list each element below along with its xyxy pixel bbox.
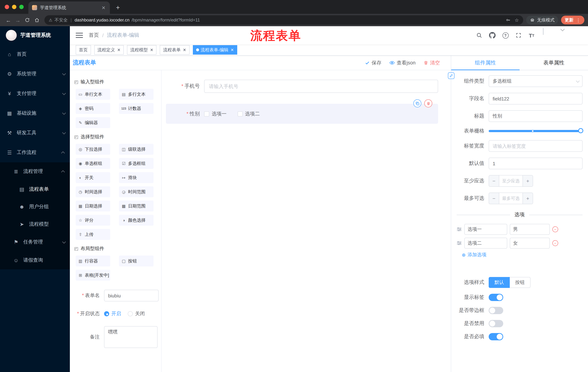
- phone-input[interactable]: [204, 80, 438, 93]
- component-type-select[interactable]: 多选框组: [489, 75, 583, 87]
- disabled-toggle[interactable]: [489, 320, 503, 327]
- browser-update-button[interactable]: 更新 ⋮: [561, 16, 584, 24]
- component-date-picker[interactable]: ▦日期选择: [76, 201, 110, 212]
- tab-form-props[interactable]: 表单属性: [520, 56, 588, 70]
- checkbox-option-1[interactable]: 选项一: [204, 110, 227, 117]
- github-icon[interactable]: [488, 31, 496, 39]
- field-phone[interactable]: *手机号: [166, 80, 438, 93]
- minus-button[interactable]: −: [489, 175, 499, 186]
- avatar-dropdown-caret[interactable]: [560, 27, 565, 31]
- drag-handle-icon[interactable]: [457, 241, 462, 246]
- component-multi-line-text[interactable]: ▤多行文本: [119, 89, 154, 100]
- panel-link-button[interactable]: [448, 73, 454, 79]
- sidebar-item-user-group[interactable]: ☻ 用户分组: [0, 198, 70, 215]
- reload-button[interactable]: [22, 15, 32, 25]
- min-select-value[interactable]: 至少应选: [499, 175, 523, 186]
- component-checkbox-group[interactable]: ☑多选框组: [119, 158, 154, 169]
- tag-close-icon[interactable]: ✕: [150, 47, 153, 52]
- drawing-board[interactable]: *手机号: [162, 70, 451, 372]
- tag-close-icon[interactable]: ✕: [117, 47, 120, 52]
- home-button[interactable]: [32, 15, 42, 25]
- password-key-icon[interactable]: [506, 18, 511, 22]
- bookmark-star-icon[interactable]: ☆: [515, 17, 519, 23]
- checkbox-box[interactable]: [204, 111, 209, 116]
- minus-button[interactable]: −: [489, 193, 499, 204]
- window-minimize-button[interactable]: [12, 5, 16, 9]
- copy-field-button[interactable]: [413, 99, 421, 107]
- component-time-picker[interactable]: ◷时间选择: [76, 186, 110, 197]
- user-avatar[interactable]: [543, 28, 557, 42]
- sidebar-item-system[interactable]: ⚙ 系统管理: [0, 64, 70, 84]
- plus-button[interactable]: +: [523, 193, 533, 204]
- delete-field-button[interactable]: [424, 99, 432, 107]
- save-button[interactable]: 保存: [365, 60, 381, 66]
- form-remark-textarea[interactable]: 嘿嘿: [104, 326, 158, 348]
- status-radio-off[interactable]: 关闭: [128, 310, 145, 317]
- fullscreen-icon[interactable]: [514, 31, 523, 39]
- component-single-line-text[interactable]: ▭单行文本: [76, 89, 110, 100]
- breadcrumb-home[interactable]: 首页: [89, 32, 99, 39]
- view-json-button[interactable]: 查看json: [389, 60, 416, 66]
- tag-close-icon[interactable]: ✕: [183, 47, 186, 52]
- border-toggle[interactable]: [489, 307, 503, 314]
- remove-option-button[interactable]: −: [552, 226, 558, 232]
- sidebar-item-leave-query[interactable]: ☺ 请假查询: [0, 251, 70, 269]
- component-date-range[interactable]: ▩日期范围: [119, 201, 154, 212]
- sidebar-toggle-icon[interactable]: [76, 33, 83, 38]
- component-rate[interactable]: ☆评分: [76, 215, 110, 226]
- browser-menu-icon[interactable]: ⋮: [576, 17, 581, 23]
- component-slider[interactable]: ↦滑块: [119, 172, 154, 183]
- sidebar-item-process-form[interactable]: ▤ 流程表单: [0, 181, 70, 198]
- field-name-input[interactable]: [489, 93, 583, 105]
- tab-close-icon[interactable]: ✕: [101, 5, 106, 10]
- field-gender-selected[interactable]: *性别 选项一 选项二: [166, 104, 438, 124]
- style-button-button[interactable]: 按钮: [510, 277, 531, 288]
- window-close-button[interactable]: [5, 5, 9, 9]
- tab-component-props[interactable]: 组件属性: [451, 56, 520, 70]
- address-bar[interactable]: ⚠ 不安全 | dashboard.yudao.iocoder.cn/bpm/m…: [44, 15, 523, 25]
- checkbox-box[interactable]: [237, 111, 242, 116]
- grid-slider[interactable]: [489, 130, 583, 132]
- remove-option-button[interactable]: −: [552, 240, 558, 246]
- component-table[interactable]: ⊞表格[开发中]: [76, 270, 110, 281]
- back-button[interactable]: ←: [4, 15, 13, 25]
- checkbox-option-2[interactable]: 选项二: [237, 110, 260, 117]
- tag-process-form-edit[interactable]: 流程表单-编辑 ✕: [193, 45, 237, 55]
- option-value-input[interactable]: [510, 238, 550, 249]
- forward-button[interactable]: →: [13, 15, 22, 25]
- add-option-button[interactable]: ⊕ 添加选项: [462, 252, 583, 258]
- window-zoom-button[interactable]: [19, 5, 24, 9]
- clear-button[interactable]: 清空: [423, 60, 440, 66]
- new-tab-button[interactable]: +: [113, 2, 123, 13]
- tag-close-icon[interactable]: ✕: [231, 47, 234, 52]
- style-default-button[interactable]: 默认: [489, 277, 510, 288]
- component-select[interactable]: ◎下拉选择: [76, 144, 110, 155]
- component-button[interactable]: ▢按钮: [119, 255, 154, 266]
- option-label-input[interactable]: [464, 224, 507, 235]
- component-cascader[interactable]: ◫级联选择: [119, 144, 154, 155]
- plus-button[interactable]: +: [523, 175, 533, 186]
- sidebar-item-task-mgmt[interactable]: ⚑ 任务管理: [0, 233, 70, 251]
- title-input[interactable]: [489, 110, 583, 122]
- help-icon[interactable]: ?: [501, 31, 509, 39]
- max-select-value[interactable]: 最多可选: [499, 193, 523, 204]
- tag-process-model[interactable]: 流程模型 ✕: [127, 45, 157, 55]
- sidebar-item-infra[interactable]: ▦ 基础设施: [0, 103, 70, 123]
- option-value-input[interactable]: [510, 224, 550, 235]
- component-upload[interactable]: ⇧上传: [76, 229, 110, 240]
- font-size-icon[interactable]: TT: [528, 31, 536, 39]
- sidebar-logo[interactable]: 芋道管理系统: [0, 26, 70, 44]
- sidebar-item-workflow[interactable]: ☰ 工作流程: [0, 143, 70, 162]
- search-icon[interactable]: [475, 31, 483, 39]
- component-password[interactable]: ◈密码: [76, 103, 110, 114]
- component-time-range[interactable]: ◶时间范围: [119, 186, 154, 197]
- sidebar-item-process-mgmt[interactable]: ≣ 流程管理: [0, 162, 70, 181]
- option-label-input[interactable]: [464, 238, 507, 249]
- label-width-input[interactable]: [489, 140, 583, 152]
- component-editor[interactable]: ✎编辑器: [76, 117, 110, 128]
- sidebar-item-payment[interactable]: ¥ 支付管理: [0, 84, 70, 103]
- sidebar-item-home[interactable]: ⌂ 首页: [0, 44, 70, 64]
- component-radio-group[interactable]: ◉单选框组: [76, 158, 110, 169]
- browser-tab[interactable]: 芋道管理系统 ✕: [28, 1, 110, 14]
- component-counter[interactable]: 123计数器: [119, 103, 154, 114]
